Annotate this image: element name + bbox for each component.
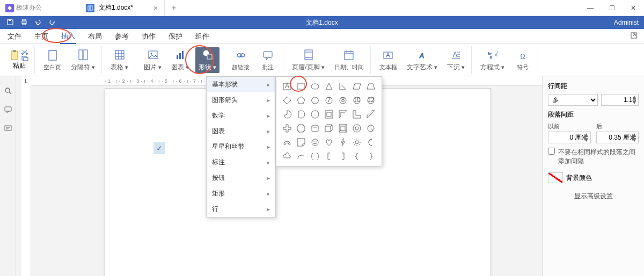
dropcap-button[interactable]: A 下沉 ▾ [444,47,468,73]
separator-button[interactable]: 分隔符 ▾ [68,47,98,73]
equation-button[interactable]: √ 方程式 ▾ [477,47,508,73]
shape-rectangle[interactable] [295,80,308,93]
date-time-button[interactable]: 日期、时间 [331,48,367,72]
shape-donut[interactable] [350,122,363,135]
header-footer-button[interactable]: 页眉/页脚 ▾ [289,47,327,73]
shape-dodecagon[interactable]: 12 [364,94,377,107]
submenu-stars-ribbons[interactable]: 星星和丝带▸ [207,139,275,155]
submenu-lines[interactable]: 行▸ [207,201,275,217]
chart-button[interactable]: 图表 ▾ [168,47,192,73]
line-spacing-value-input[interactable]: 1.15▲▼ [601,94,639,106]
shape-double-brace[interactable] [309,150,321,163]
undo-icon[interactable] [34,18,42,27]
blank-page-button[interactable]: 空白页 [40,48,64,72]
shape-teardrop[interactable] [309,108,321,121]
maximize-button[interactable]: ☐ [601,0,623,16]
menu-reference[interactable]: 参考 [114,30,130,43]
shape-chord[interactable] [295,108,308,121]
shape-heptagon[interactable]: 7 [323,94,335,107]
submenu-callouts[interactable]: 标注▸ [207,155,275,170]
vertical-ruler[interactable] [21,86,31,276]
bg-color-swatch[interactable] [548,172,563,183]
shape-smiley[interactable] [309,136,321,149]
close-tab-icon[interactable]: × [153,4,158,12]
close-window-button[interactable]: ✕ [623,0,644,16]
menu-protect[interactable]: 保护 [167,30,184,43]
shape-block-arc[interactable] [281,136,294,149]
minimize-button[interactable]: — [580,0,601,16]
shape-left-bracket[interactable] [323,150,335,163]
popout-icon[interactable] [630,32,638,41]
shape-plaque[interactable] [295,122,308,135]
cut-icon[interactable] [21,49,29,55]
table-button[interactable]: 表格 ▾ [107,47,131,73]
shape-left-brace[interactable] [350,150,363,163]
textbox-button[interactable]: A 文本框 [376,48,400,72]
wordart-button[interactable]: A 文字艺术 ▾ [404,47,441,73]
print-icon[interactable] [20,18,28,27]
submenu-rectangles[interactable]: 矩形▸ [207,186,275,201]
menu-insert[interactable]: 插入 [60,29,76,44]
no-spacing-same-style-checkbox[interactable]: 不要在相同样式的段落之间添加间隔 [548,148,639,166]
menu-collab[interactable]: 协作 [141,30,157,43]
menu-layout[interactable]: 布局 [87,30,103,43]
copy-icon[interactable] [21,56,29,61]
shape-octagon[interactable]: 8 [336,94,349,107]
shape-right-bracket[interactable] [336,150,349,163]
shape-text-frame[interactable]: A [281,80,294,93]
submenu-chart-shapes[interactable]: 图表▸ [207,124,275,139]
menu-file[interactable]: 文件 [6,30,23,43]
submenu-math[interactable]: 数学▸ [207,108,275,124]
menu-home[interactable]: 主页 [33,30,49,43]
shape-triangle[interactable] [323,80,335,93]
redo-icon[interactable] [48,18,56,27]
shape-lightning[interactable] [336,136,349,149]
shape-parallelogram[interactable] [350,80,363,93]
feedback-icon[interactable] [4,125,12,134]
picture-button[interactable]: 图片 ▾ [141,47,165,73]
hyperlink-button[interactable]: 超链接 [229,48,253,72]
shape-hexagon[interactable] [309,94,321,107]
save-icon[interactable] [6,18,14,27]
line-spacing-mode-select[interactable]: 多 [548,94,598,106]
search-icon[interactable] [4,87,12,96]
comments-panel-icon[interactable] [4,106,12,115]
shape-cube[interactable] [323,122,335,135]
shape-cloud[interactable] [281,150,294,163]
checkmark-object[interactable]: ✓ [153,142,165,154]
shape-frame[interactable] [323,108,335,121]
show-advanced-link[interactable]: 显示高级设置 [548,192,639,201]
shape-right-brace[interactable] [364,150,377,163]
shape-trapezoid[interactable] [364,80,377,93]
submenu-basic-shapes[interactable]: 基本形状▸ [207,77,275,92]
shape-pentagon[interactable] [295,94,308,107]
user-label[interactable]: Administ [614,19,644,26]
shape-l-shape[interactable] [350,108,363,121]
shape-pie[interactable] [281,108,294,121]
new-tab-button[interactable]: + [165,3,182,13]
shape-diamond[interactable] [281,94,294,107]
shape-moon[interactable] [364,136,377,149]
shape-ellipse[interactable] [309,80,321,93]
shape-folded-corner[interactable] [295,136,308,149]
submenu-arrows[interactable]: 图形箭头▸ [207,92,275,108]
shape-bevel[interactable] [336,122,349,135]
shape-half-frame[interactable] [336,108,349,121]
document-tab[interactable]: 文档1.docx* × [79,0,165,16]
menu-components[interactable]: 组件 [194,30,210,43]
shape-sun[interactable] [350,136,363,149]
shape-decagon[interactable]: 10 [350,94,363,107]
shape-arc[interactable] [295,150,308,163]
shape-no-symbol[interactable] [364,122,377,135]
comment-button[interactable]: 批注 [256,48,280,72]
shape-diagonal-stripe[interactable] [364,108,377,121]
shape-heart[interactable] [323,136,335,149]
shape-plus[interactable] [281,122,294,135]
symbol-button[interactable]: Ω 符号 [511,48,535,72]
spacing-before-input[interactable]: 0 厘米▲▼ [548,132,591,143]
shape-right-triangle[interactable] [336,80,349,93]
shapes-button[interactable]: 形状 ▾ [195,47,219,73]
spacing-after-input[interactable]: 0.35 厘米▲▼ [596,132,639,143]
shape-can[interactable] [309,122,321,135]
paste-button[interactable]: 粘贴 [8,49,31,70]
